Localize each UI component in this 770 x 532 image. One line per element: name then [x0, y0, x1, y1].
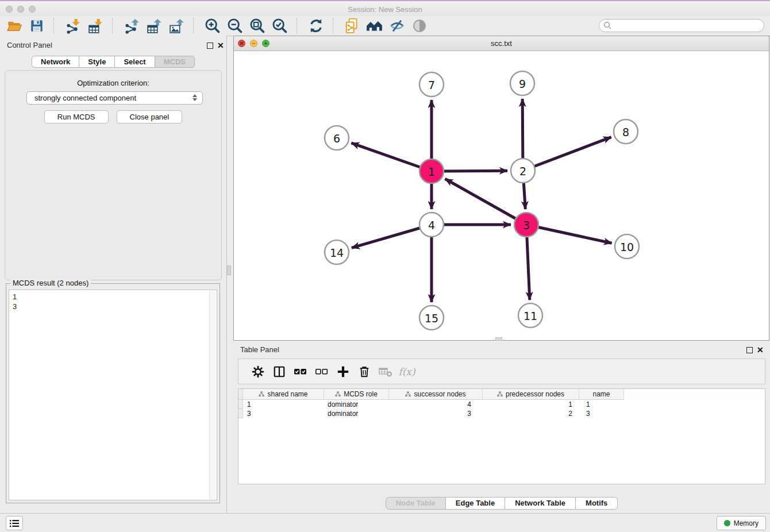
cell-shared-name[interactable]: 1	[243, 400, 324, 409]
tab-style[interactable]: Style	[79, 56, 115, 68]
network-window-titlebar[interactable]: ✕ − + scc.txt	[234, 36, 769, 51]
shared-column-icon	[335, 391, 341, 397]
graphics-details-icon[interactable]	[388, 17, 406, 34]
cell-successor-nodes[interactable]: 3	[389, 409, 483, 418]
criterion-value: strongly connected component	[34, 94, 136, 102]
import-network-icon[interactable]	[64, 17, 82, 34]
graph-node-label-4: 4	[428, 219, 435, 232]
toolbar-separator	[112, 18, 113, 34]
cell-name[interactable]: 1	[579, 400, 624, 409]
network-window-title: scc.txt	[234, 39, 769, 48]
mcds-result-title: MCDS result (2 nodes)	[10, 279, 91, 287]
toolbar-separator	[53, 18, 54, 34]
row-header-gutter	[238, 400, 243, 409]
toolbar-separator	[193, 18, 194, 34]
tab-mcds[interactable]: MCDS	[155, 56, 195, 68]
graph-node-label-2: 2	[519, 165, 526, 178]
network-canvas[interactable]: 7968124314101511	[234, 52, 769, 340]
shared-column-icon	[497, 391, 503, 397]
add-column-icon[interactable]	[336, 364, 351, 379]
graph-edge-3-1[interactable]	[445, 179, 526, 225]
birds-eye-view-icon[interactable]	[411, 17, 428, 34]
graph-node-label-14: 14	[330, 246, 344, 259]
graph-node-label-11: 11	[523, 310, 537, 322]
zoom-in-icon[interactable]	[204, 17, 221, 34]
graph-edge-3-10[interactable]	[526, 225, 612, 243]
memory-status-icon	[724, 520, 730, 526]
save-session-icon[interactable]	[28, 17, 45, 34]
function-builder-icon: f(x)	[399, 364, 414, 379]
column-header-predecessor-nodes[interactable]: predecessor nodes	[483, 389, 579, 400]
tab-motifs[interactable]: Motifs	[575, 497, 618, 510]
status-bar: Memory	[0, 513, 770, 532]
task-list-icon	[9, 519, 20, 528]
cell-mcds-role[interactable]: dominator	[324, 400, 389, 409]
open-session-icon[interactable]	[6, 17, 23, 34]
close-table-panel-icon[interactable]: ✕	[757, 346, 764, 354]
deselect-all-columns-icon[interactable]	[314, 364, 329, 379]
graph-node-label-6: 6	[333, 132, 340, 145]
ndex-home-icon[interactable]	[366, 17, 383, 34]
zoom-fit-icon[interactable]	[249, 17, 266, 34]
zoom-out-icon[interactable]	[226, 17, 244, 34]
column-header-mcds-role[interactable]: MCDS role	[324, 389, 389, 400]
zoom-selected-icon[interactable]	[271, 17, 288, 34]
mcds-result-list[interactable]: 1 3	[9, 290, 217, 500]
float-table-panel-icon[interactable]	[746, 347, 753, 353]
apply-layout-icon[interactable]	[307, 17, 325, 34]
delete-column-icon[interactable]	[357, 364, 372, 379]
search-field[interactable]	[599, 19, 764, 32]
tab-network-table[interactable]: Network Table	[505, 497, 576, 510]
tab-edge-table[interactable]: Edge Table	[445, 497, 505, 510]
column-header-successor-nodes[interactable]: successor nodes	[389, 389, 483, 400]
clone-network-icon[interactable]	[344, 17, 361, 34]
tab-node-table[interactable]: Node Table	[386, 497, 446, 510]
close-panel-icon[interactable]: ✕	[217, 41, 224, 49]
cell-name[interactable]: 3	[579, 409, 624, 418]
table-settings-icon[interactable]	[251, 364, 265, 379]
import-table-icon[interactable]	[87, 17, 104, 34]
table-row[interactable]: 1 dominator 4 1 1	[238, 400, 765, 409]
result-line: 1	[13, 292, 213, 302]
column-header-name[interactable]: name	[579, 389, 624, 400]
task-history-button[interactable]	[6, 516, 23, 530]
column-header-shared-name[interactable]: shared name	[243, 389, 324, 400]
cell-shared-name[interactable]: 3	[243, 409, 324, 418]
result-line: 3	[13, 302, 213, 311]
graph-node-label-10: 10	[620, 241, 634, 253]
window-title: Session: New Session	[0, 5, 770, 14]
row-header-gutter	[238, 389, 243, 400]
search-input[interactable]	[612, 21, 764, 31]
run-mcds-button[interactable]: Run MCDS	[44, 110, 109, 124]
graph-node-label-7: 7	[428, 79, 435, 91]
split-view-icon[interactable]	[272, 364, 287, 379]
graph-node-label-8: 8	[622, 126, 629, 138]
tab-select[interactable]: Select	[114, 56, 155, 68]
row-header-gutter	[238, 409, 243, 418]
graph-edge-2-8[interactable]	[523, 137, 611, 171]
table-row[interactable]: 3 dominator 3 2 3	[238, 409, 765, 418]
export-image-icon[interactable]	[168, 17, 185, 34]
shared-column-icon	[259, 391, 264, 397]
cell-successor-nodes[interactable]: 4	[389, 400, 483, 409]
export-table-icon[interactable]	[145, 17, 163, 34]
table-header-row: shared name MCDS role successor nodes pr…	[238, 389, 765, 400]
select-all-columns-icon[interactable]	[293, 364, 308, 379]
float-panel-icon[interactable]	[207, 43, 213, 49]
table-panel: Table Panel ✕ f(x)	[233, 342, 770, 513]
cell-predecessor-nodes[interactable]: 1	[483, 400, 579, 409]
tab-network[interactable]: Network	[32, 56, 79, 68]
cell-mcds-role[interactable]: dominator	[324, 409, 389, 418]
node-table[interactable]: shared name MCDS role successor nodes pr…	[238, 388, 765, 484]
cell-predecessor-nodes[interactable]: 2	[483, 409, 579, 418]
vertical-splitter-handle[interactable]	[227, 265, 231, 275]
criterion-dropdown[interactable]: strongly connected component	[26, 91, 203, 105]
result-scrollbar[interactable]	[209, 291, 216, 499]
export-network-icon[interactable]	[123, 17, 140, 34]
network-graph[interactable]: 7968124314101511	[234, 52, 769, 341]
close-panel-button[interactable]: Close panel	[117, 110, 183, 124]
mcds-panel: Optimization criterion: strongly connect…	[5, 70, 222, 280]
delete-table-icon	[378, 364, 393, 379]
horizontal-splitter-handle[interactable]	[495, 337, 502, 341]
memory-button[interactable]: Memory	[717, 516, 766, 530]
